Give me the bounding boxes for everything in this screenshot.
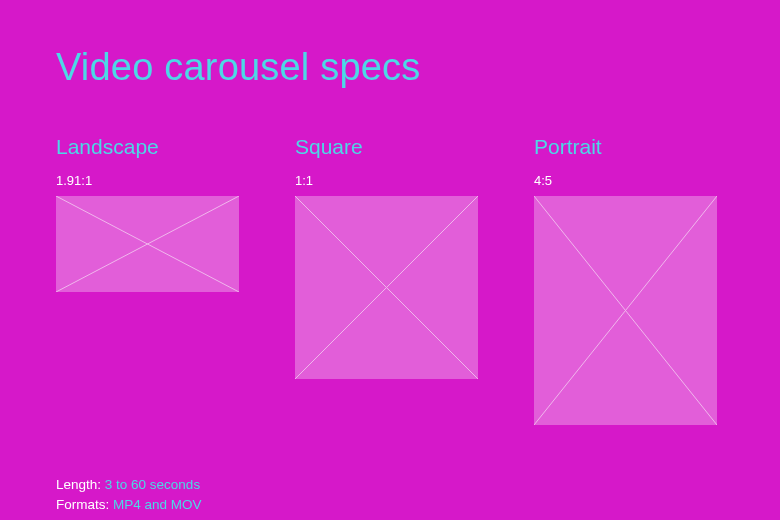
spec-formats-value: MP4 and MOV bbox=[113, 497, 202, 512]
spec-length-label: Length: bbox=[56, 477, 101, 492]
cross-icon bbox=[56, 196, 239, 292]
column-square: Square 1:1 bbox=[295, 135, 478, 425]
spec-maxsize: Maximum video size: 4GB bbox=[56, 516, 724, 521]
placeholder-landscape bbox=[56, 196, 239, 292]
placeholder-portrait bbox=[534, 196, 717, 425]
spec-details: Length: 3 to 60 seconds Formats: MP4 and… bbox=[56, 475, 724, 520]
column-landscape: Landscape 1.91:1 bbox=[56, 135, 239, 425]
ratio-portrait: 4:5 bbox=[534, 173, 717, 188]
ratio-square: 1:1 bbox=[295, 173, 478, 188]
spec-length: Length: 3 to 60 seconds bbox=[56, 475, 724, 495]
cross-icon bbox=[295, 196, 478, 379]
column-title-landscape: Landscape bbox=[56, 135, 239, 159]
column-portrait: Portrait 4:5 bbox=[534, 135, 717, 425]
column-title-square: Square bbox=[295, 135, 478, 159]
spec-formats-label: Formats: bbox=[56, 497, 109, 512]
cross-icon bbox=[534, 196, 717, 425]
placeholder-square bbox=[295, 196, 478, 379]
spec-formats: Formats: MP4 and MOV bbox=[56, 495, 724, 515]
ratio-landscape: 1.91:1 bbox=[56, 173, 239, 188]
spec-columns: Landscape 1.91:1 Square 1:1 Portrait 4:5 bbox=[56, 135, 724, 425]
column-title-portrait: Portrait bbox=[534, 135, 717, 159]
spec-length-value: 3 to 60 seconds bbox=[105, 477, 200, 492]
page-title: Video carousel specs bbox=[56, 46, 724, 89]
